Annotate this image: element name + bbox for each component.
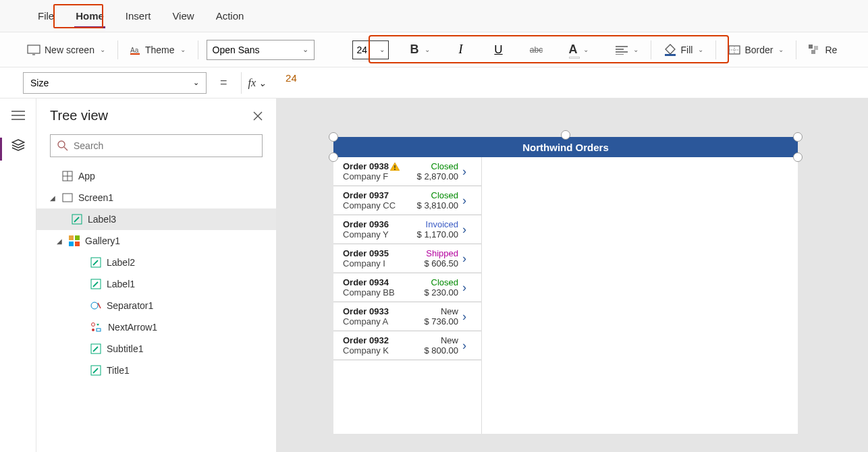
formula-input[interactable]: 24: [280, 72, 868, 94]
order-row[interactable]: Order 0937ClosedCompany CC$ 3,810.00›: [333, 186, 481, 215]
tree-view-button[interactable]: [11, 139, 25, 151]
canvas[interactable]: Northwind Orders Order 0938ClosedCompany…: [277, 98, 868, 452]
theme-button[interactable]: Aa Theme ⌄: [126, 42, 190, 58]
font-family-value: Open Sans: [213, 45, 260, 55]
tree-node-subtitle1[interactable]: Subtitle1: [36, 338, 276, 360]
order-gallery[interactable]: Order 0938ClosedCompany F$ 2,870.00›Orde…: [333, 157, 482, 434]
selection-handle[interactable]: [561, 130, 570, 140]
tree-node-title1[interactable]: Title1: [36, 360, 276, 381]
order-id: Order 0934: [343, 277, 420, 287]
order-company: Company A: [343, 316, 420, 327]
order-row[interactable]: Order 0935ShippedCompany I$ 606.50›: [333, 244, 481, 273]
order-status: New: [424, 306, 458, 316]
order-status: Closed: [424, 277, 458, 287]
svg-rect-30: [75, 242, 80, 246]
chevron-right-icon[interactable]: ›: [462, 165, 474, 179]
chevron-right-icon[interactable]: ›: [462, 194, 474, 208]
chevron-right-icon[interactable]: ›: [462, 252, 474, 266]
underline-button[interactable]: U: [491, 42, 507, 58]
svg-rect-12: [809, 45, 813, 49]
close-panel-button[interactable]: [253, 111, 263, 121]
order-row[interactable]: Order 0938ClosedCompany F$ 2,870.00›: [333, 157, 481, 186]
order-id: Order 0938: [343, 161, 413, 171]
align-button[interactable]: ⌄: [612, 43, 643, 57]
chevron-down-icon: ⌄: [259, 78, 267, 88]
border-button[interactable]: Border ⌄: [724, 42, 788, 58]
svg-point-35: [92, 329, 94, 331]
selection-handle[interactable]: [329, 132, 338, 142]
app-screen[interactable]: Northwind Orders Order 0938ClosedCompany…: [333, 137, 798, 434]
svg-rect-3: [130, 53, 140, 55]
tree-node-app[interactable]: App: [36, 165, 276, 187]
tree-node-nextarrow1[interactable]: NextArrow1: [36, 316, 276, 338]
tree-label: Label3: [88, 214, 116, 225]
collapse-icon[interactable]: ◢: [57, 237, 63, 245]
menu-home[interactable]: Home: [65, 0, 115, 32]
tree-node-label3[interactable]: Label3: [36, 208, 276, 230]
strikethrough-button[interactable]: abc: [528, 42, 545, 58]
fill-button[interactable]: Fill ⌄: [659, 41, 708, 59]
tree-node-screen1[interactable]: ◢ Screen1: [36, 187, 276, 208]
menu-action[interactable]: Action: [205, 0, 255, 32]
bold-button[interactable]: B ⌄: [406, 40, 434, 59]
tree-node-separator1[interactable]: Separator1: [36, 295, 276, 316]
collapse-icon[interactable]: ◢: [50, 194, 57, 202]
chevron-right-icon[interactable]: ›: [462, 339, 474, 353]
selection-handle[interactable]: [793, 132, 803, 142]
svg-point-34: [92, 323, 95, 327]
svg-point-40: [394, 169, 396, 170]
order-status: Closed: [417, 161, 458, 171]
font-color-button[interactable]: A ⌄: [565, 40, 593, 59]
label-icon: [90, 279, 101, 289]
order-amount: $ 2,870.00: [417, 171, 458, 181]
menu-view[interactable]: View: [161, 0, 205, 32]
label-icon: [72, 214, 82, 225]
font-family-select[interactable]: Open Sans ⌄: [207, 40, 315, 60]
order-row[interactable]: Order 0934ClosedCompany BB$ 230.00›: [333, 273, 481, 302]
tree-label: Screen1: [78, 192, 113, 203]
italic-button[interactable]: I: [453, 42, 469, 58]
reorder-icon: [809, 45, 821, 55]
chevron-right-icon[interactable]: ›: [462, 310, 474, 324]
order-company: Company Y: [343, 229, 413, 239]
chevron-down-icon: ⌄: [425, 46, 430, 53]
menu-file[interactable]: File: [27, 0, 65, 32]
menu-insert[interactable]: Insert: [115, 0, 162, 32]
italic-icon: I: [459, 43, 463, 57]
tree-node-label2[interactable]: Label2: [36, 252, 276, 273]
tree-node-label1[interactable]: Label1: [36, 273, 276, 295]
fill-icon: [663, 44, 677, 56]
selection-handle[interactable]: [793, 152, 803, 162]
order-company: Company F: [343, 171, 413, 181]
reorder-button[interactable]: Re: [805, 42, 841, 58]
label-icon: [90, 365, 101, 376]
tree-node-gallery1[interactable]: ◢ Gallery1: [36, 230, 276, 252]
fx-button[interactable]: fx ⌄: [241, 72, 274, 94]
order-row[interactable]: Order 0933NewCompany A$ 736.00›: [333, 302, 481, 331]
property-select[interactable]: Size ⌄: [23, 72, 207, 94]
chevron-right-icon[interactable]: ›: [462, 223, 474, 237]
new-screen-button[interactable]: New screen ⌄: [23, 42, 109, 58]
hamburger-button[interactable]: [11, 111, 25, 120]
order-row[interactable]: Order 0936InvoicedCompany Y$ 1,170.00›: [333, 215, 481, 244]
svg-rect-28: [75, 235, 80, 240]
order-company: Company BB: [343, 287, 420, 298]
rail-active-indicator: [0, 138, 2, 161]
font-size-value: 24: [357, 45, 368, 55]
selection-handle[interactable]: [329, 152, 338, 162]
tree-label: App: [78, 171, 95, 181]
warning-icon: [390, 163, 400, 171]
svg-rect-29: [69, 242, 74, 246]
font-size-input[interactable]: 24 ⌄: [352, 40, 389, 59]
order-row[interactable]: Order 0932NewCompany K$ 800.00›: [333, 331, 481, 360]
theme-icon: Aa: [130, 45, 141, 55]
scrollbar-thumb[interactable]: [481, 157, 482, 190]
chevron-right-icon[interactable]: ›: [462, 281, 474, 295]
order-amount: $ 606.50: [424, 258, 458, 269]
tree-search[interactable]: [50, 134, 263, 157]
order-company: Company I: [343, 258, 420, 269]
app-icon: [62, 171, 73, 181]
layers-icon: [11, 139, 25, 151]
app-title-label[interactable]: Northwind Orders: [333, 137, 798, 157]
search-input[interactable]: [74, 140, 255, 151]
